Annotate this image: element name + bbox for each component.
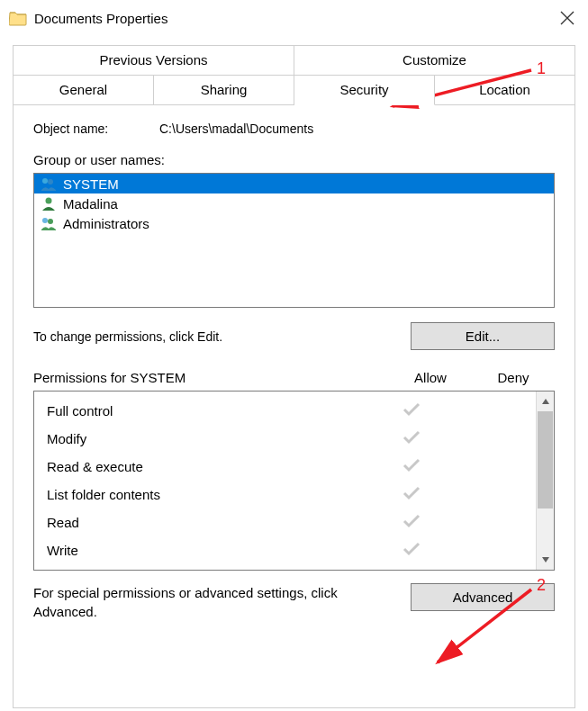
scroll-down-arrow-icon[interactable] (537, 550, 554, 570)
close-button[interactable] (559, 10, 575, 26)
svg-point-2 (46, 198, 52, 204)
allow-check-icon (370, 430, 453, 447)
edit-button[interactable]: Edit... (411, 322, 555, 350)
tabs-row-lower: General Sharing Security Location (13, 75, 575, 105)
object-name-label: Object name: (33, 122, 159, 136)
permission-row[interactable]: Full control (47, 397, 536, 425)
scroll-up-arrow-icon[interactable] (537, 392, 554, 411)
column-deny: Deny (472, 370, 555, 385)
tab-general[interactable]: General (13, 75, 154, 105)
tab-location[interactable]: Location (435, 75, 575, 105)
permissions-for-label: Permissions for SYSTEM (33, 370, 389, 385)
svg-point-0 (42, 178, 48, 184)
permission-row[interactable]: Read & execute (47, 453, 536, 481)
permission-row[interactable]: List folder contents (47, 481, 536, 508)
svg-point-4 (48, 219, 53, 224)
folder-icon (9, 10, 27, 26)
allow-check-icon (370, 486, 453, 503)
permission-name: Read & execute (47, 459, 370, 474)
permission-row[interactable]: Read (47, 508, 536, 536)
tab-sharing[interactable]: Sharing (154, 75, 294, 105)
permission-row[interactable]: Modify (47, 425, 536, 453)
users-icon (40, 215, 58, 231)
tab-previous-versions[interactable]: Previous Versions (13, 45, 294, 75)
permission-name: Write (47, 543, 370, 558)
edit-hint-text: To change permissions, click Edit. (33, 329, 222, 344)
svg-point-3 (42, 218, 48, 223)
allow-check-icon (370, 458, 453, 475)
security-panel: Object name: C:\Users\madal\Documents Gr… (13, 105, 575, 708)
permission-name: Full control (47, 403, 370, 418)
user-icon (40, 195, 58, 212)
list-item-label: SYSTEM (63, 176, 119, 192)
allow-check-icon (370, 514, 453, 531)
scrollbar-thumb[interactable] (538, 411, 553, 508)
object-name-row: Object name: C:\Users\madal\Documents (33, 122, 555, 136)
groups-listbox[interactable]: SYSTEM Madalina Administrators (33, 173, 555, 308)
permission-name: List folder contents (47, 487, 370, 502)
tab-security[interactable]: Security (294, 75, 435, 105)
svg-point-1 (48, 179, 53, 184)
properties-dialog: Documents Properties Previous Versions C… (0, 0, 588, 711)
column-allow: Allow (389, 370, 472, 385)
window-title: Documents Properties (34, 11, 167, 26)
titlebar: Documents Properties (0, 0, 588, 36)
list-item-label: Administrators (63, 216, 149, 231)
vertical-scrollbar[interactable] (536, 392, 554, 570)
users-icon (40, 176, 58, 192)
advanced-button[interactable]: Advanced (411, 583, 555, 611)
tab-customize[interactable]: Customize (294, 45, 575, 75)
advanced-hint-text: For special permissions or advanced sett… (33, 583, 396, 621)
tabs-row-upper: Previous Versions Customize (13, 45, 575, 75)
list-item-label: Madalina (63, 196, 118, 212)
list-item-system[interactable]: SYSTEM (34, 174, 554, 194)
permission-name: Modify (47, 431, 370, 446)
permissions-header: Permissions for SYSTEM Allow Deny (33, 370, 555, 385)
groups-label: Group or user names: (33, 152, 555, 167)
allow-check-icon (370, 402, 453, 419)
permission-name: Read (47, 515, 370, 530)
permissions-listbox: Full control Modify Read & execute (33, 391, 555, 571)
scrollbar-track[interactable] (537, 411, 554, 550)
allow-check-icon (370, 542, 453, 559)
list-item-madalina[interactable]: Madalina (34, 194, 554, 213)
object-name-value: C:\Users\madal\Documents (159, 122, 555, 136)
list-item-administrators[interactable]: Administrators (34, 213, 554, 233)
permission-row[interactable]: Write (47, 536, 536, 564)
